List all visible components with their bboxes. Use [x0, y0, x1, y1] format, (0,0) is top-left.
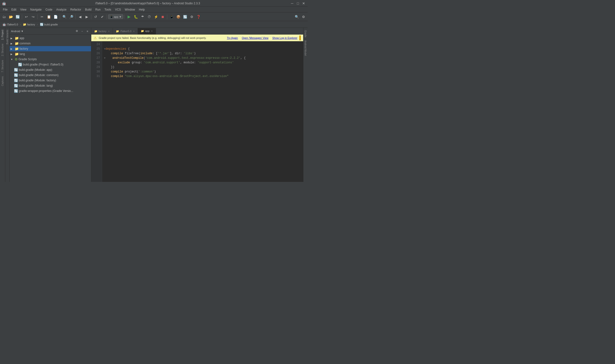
- tree-item-build-gradle-common[interactable]: 🔄 build.gradle (Module: common): [10, 72, 91, 78]
- tab-app-close[interactable]: ✕: [151, 30, 153, 32]
- project-settings-button[interactable]: ⚙: [75, 29, 79, 33]
- menu-view[interactable]: View: [18, 7, 28, 12]
- sync-project-button[interactable]: 🔃: [182, 14, 188, 20]
- line-num-26: 26: [91, 51, 100, 56]
- sidebar-tab-structure7[interactable]: 7: Structure: [0, 58, 5, 74]
- toolbar-separator-6: [107, 14, 107, 19]
- sync-button[interactable]: 🔄: [14, 14, 21, 20]
- commit-button[interactable]: ✔: [99, 14, 106, 20]
- tree-item-app[interactable]: ▶ 📁 app: [10, 36, 91, 41]
- project-panel: Android ▼ ⚙ − ≡ ▶ 📁 app ▶ 📁 common ▶ 📁: [10, 28, 91, 182]
- apply-changes-button[interactable]: ⚡: [153, 14, 159, 20]
- minimize-button[interactable]: ─: [290, 1, 294, 5]
- tab-factory-close[interactable]: ✕: [108, 30, 110, 33]
- tree-item-factory[interactable]: ▶ 📁 factory: [10, 46, 91, 51]
- sidebar-tab-structure[interactable]: 2: Structure: [0, 42, 5, 58]
- code-content[interactable]: ▼dependencies { compile fileTree(include…: [102, 41, 303, 182]
- menu-analyze[interactable]: Analyze: [54, 7, 68, 12]
- settings-cog-button[interactable]: ⚙: [300, 14, 307, 20]
- gradle-icon-project: 🔄: [18, 63, 22, 66]
- replace-button[interactable]: 🔎: [68, 14, 74, 20]
- code-line-29: }): [104, 65, 301, 70]
- gradle-tab[interactable]: Gradle: [304, 29, 307, 39]
- tree-item-build-gradle-project[interactable]: 🔄 build.gradle (Project: iTalker5.0): [10, 62, 91, 67]
- menu-edit[interactable]: Edit: [9, 7, 18, 12]
- menu-vcs[interactable]: VCS: [113, 7, 123, 12]
- tree-item-build-gradle-lang[interactable]: 🔄 build.gradle (Module: lang): [10, 83, 91, 88]
- tree-item-gradle-scripts[interactable]: ▼ ⚙ Gradle Scripts: [10, 57, 91, 62]
- menu-navigate[interactable]: Navigate: [28, 7, 43, 12]
- folder-icon-app: 📁: [15, 36, 19, 40]
- gradle-icon-lang: 🔄: [14, 84, 18, 88]
- maximize-button[interactable]: □: [296, 1, 300, 5]
- run-button[interactable]: ▶: [126, 14, 132, 20]
- tree-item-build-gradle-factory[interactable]: 🔄 build.gradle (Module: factory): [10, 78, 91, 83]
- menu-file[interactable]: File: [1, 7, 9, 12]
- code-line-26: compile fileTree(include: ['*.jar'], dir…: [104, 51, 301, 56]
- stop-button[interactable]: ⏹: [160, 14, 166, 20]
- avd-manager-button[interactable]: 📱: [168, 14, 175, 20]
- sdk-manager-button[interactable]: 📦: [175, 14, 181, 20]
- open-button[interactable]: 📂: [8, 14, 14, 20]
- tree-item-common[interactable]: ▶ 📁 common: [10, 41, 91, 46]
- open-messages-link[interactable]: Open 'Messages' View: [242, 37, 268, 39]
- fold-icon-27[interactable]: ▼: [104, 57, 106, 60]
- profile-button[interactable]: ⏱: [146, 14, 152, 20]
- tab-italker-icon: 📁: [116, 30, 119, 33]
- android-model-tab[interactable]: Android Model: [304, 39, 307, 57]
- toolbar: 🗂 📂 🔄 ↩ ↪ ✂ 📋 📄 🔍 🔎 ◀ ▶ ↺ ✔ 📱 app ▼ ▶ 🐛 …: [0, 13, 307, 21]
- breadcrumb-buildgradle[interactable]: 🔄 build.gradle: [39, 22, 59, 27]
- tab-factory[interactable]: 📁 factory ✕: [91, 28, 113, 34]
- tab-italker[interactable]: 📁 iTalker5.0 ✕: [113, 28, 138, 34]
- find-button[interactable]: 🔍: [61, 14, 68, 20]
- warning-stripe: [299, 36, 301, 40]
- project-options-button[interactable]: ≡: [85, 29, 90, 33]
- sidebar-tab-project[interactable]: 1: Project: [0, 28, 5, 42]
- menu-build[interactable]: Build: [83, 7, 94, 12]
- code-editor[interactable]: 24 25 26 27 28 29 30 31 ▼dependencies { …: [91, 41, 303, 182]
- revert-button[interactable]: ↺: [93, 14, 99, 20]
- coverage-button[interactable]: ☂: [139, 14, 146, 20]
- breadcrumb-project-label: iTalker5.0: [7, 23, 18, 26]
- build-variants-strip: Build Variants: [5, 28, 10, 182]
- project-collapse-button[interactable]: −: [80, 29, 84, 33]
- build-variants-tab[interactable]: Build Variants: [5, 28, 9, 46]
- run-config-selector[interactable]: 📱 app ▼: [108, 14, 123, 19]
- menu-help[interactable]: Help: [137, 7, 147, 12]
- cut-button[interactable]: ✂: [39, 14, 45, 20]
- show-log-link[interactable]: Show Log in Explorer: [272, 37, 297, 39]
- copy-button[interactable]: 📋: [46, 14, 52, 20]
- tree-label-common: common: [19, 42, 30, 45]
- debug-button[interactable]: 🐛: [133, 14, 139, 20]
- paste-button[interactable]: 📄: [52, 14, 59, 20]
- menu-tools[interactable]: Tools: [103, 7, 113, 12]
- project-structure-button[interactable]: 🗂: [1, 14, 7, 20]
- tab-app[interactable]: 📁 app ✕: [138, 28, 156, 34]
- tab-italker-label: iTalker5.0: [120, 30, 131, 33]
- tree-item-lang[interactable]: ▶ 📁 lang: [10, 51, 91, 57]
- editor-tabs: 📁 factory ✕ 📁 iTalker5.0 ✕ 📁 app ✕: [91, 28, 303, 35]
- prev-button[interactable]: ◀: [77, 14, 83, 20]
- menu-refactor[interactable]: Refactor: [68, 7, 83, 12]
- tab-italker-close[interactable]: ✕: [133, 30, 135, 33]
- help-toolbar-button[interactable]: ❓: [195, 14, 202, 20]
- try-again-link[interactable]: Try Again: [227, 37, 238, 39]
- undo-button[interactable]: ↩: [23, 14, 29, 20]
- menu-run[interactable]: Run: [94, 7, 103, 12]
- breadcrumb-italker[interactable]: 🤖 iTalker5.0: [1, 22, 19, 27]
- sidebar-tab-captures[interactable]: Captures: [0, 74, 5, 88]
- breadcrumb-gradle-label: build.gradle: [44, 23, 58, 26]
- android-dropdown[interactable]: Android ▼: [11, 30, 24, 33]
- settings-button[interactable]: ⚙: [189, 14, 195, 20]
- menu-window[interactable]: Window: [123, 7, 137, 12]
- menu-code[interactable]: Code: [43, 7, 54, 12]
- redo-button[interactable]: ↪: [30, 14, 36, 20]
- tree-arrow-common: ▶: [11, 42, 14, 45]
- window-title: iTalker5.0 – [D:\androidstudio\work\app\…: [6, 2, 289, 5]
- breadcrumb-factory[interactable]: 📁 factory: [21, 22, 37, 27]
- tree-item-gradle-wrapper[interactable]: 🔄 gradle-wrapper.properties (Gradle Vers…: [10, 88, 91, 94]
- tree-item-build-gradle-app[interactable]: 🔄 build.gradle (Module: app): [10, 67, 91, 72]
- search-everywhere-button[interactable]: 🔍: [294, 14, 300, 20]
- next-button[interactable]: ▶: [84, 14, 90, 20]
- close-button[interactable]: ✕: [302, 1, 306, 5]
